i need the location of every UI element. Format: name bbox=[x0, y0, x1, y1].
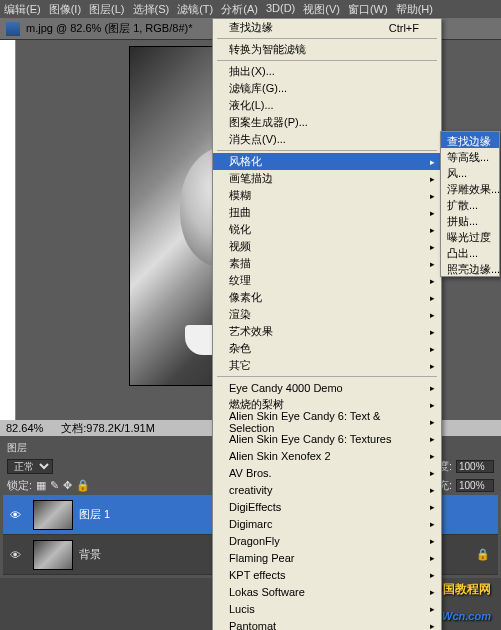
submenu-item[interactable]: 照亮边缘... bbox=[441, 260, 499, 276]
doc-size: 文档:978.2K/1.91M bbox=[61, 421, 155, 436]
menu-item[interactable]: DragonFly bbox=[213, 532, 441, 549]
menu-item[interactable]: 抽出(X)... bbox=[213, 63, 441, 80]
menu-item[interactable]: Alien Skin Eye Candy 6: Textures bbox=[213, 430, 441, 447]
menu-item[interactable]: 像素化 bbox=[213, 289, 441, 306]
menu-A[interactable]: 分析(A) bbox=[221, 2, 258, 16]
submenu-item[interactable]: 曝光过度 bbox=[441, 228, 499, 244]
menu-item[interactable]: Eye Candy 4000 Demo bbox=[213, 379, 441, 396]
lock-icon: 🔒 bbox=[476, 548, 490, 561]
stylize-submenu: 查找边缘等高线...风...浮雕效果...扩散...拼贴...曝光过度凸出...… bbox=[440, 131, 500, 277]
lock-brush-icon[interactable]: ✎ bbox=[50, 479, 59, 492]
menu-T[interactable]: 滤镜(T) bbox=[177, 2, 213, 16]
menu-E[interactable]: 编辑(E) bbox=[4, 2, 41, 16]
blend-mode-select[interactable]: 正常 bbox=[7, 459, 53, 474]
lock-label: 锁定: bbox=[7, 478, 32, 493]
menu-item[interactable]: 其它 bbox=[213, 357, 441, 374]
menu-item[interactable]: 视频 bbox=[213, 238, 441, 255]
menu-item[interactable]: Flaming Pear bbox=[213, 549, 441, 566]
menu-item[interactable]: AV Bros. bbox=[213, 464, 441, 481]
menu-item[interactable]: 扭曲 bbox=[213, 204, 441, 221]
menu-item[interactable]: Alien Skin Eye Candy 6: Text & Selection bbox=[213, 413, 441, 430]
submenu-item[interactable]: 凸出... bbox=[441, 244, 499, 260]
menu-item[interactable]: creativity bbox=[213, 481, 441, 498]
menu-item[interactable]: Lokas Software bbox=[213, 583, 441, 600]
menu-item[interactable]: Pantomat bbox=[213, 617, 441, 630]
fill-input[interactable] bbox=[456, 479, 494, 492]
menu-item[interactable]: 风格化 bbox=[213, 153, 441, 170]
menu-separator bbox=[217, 376, 437, 377]
lock-pixels-icon[interactable]: ▦ bbox=[36, 479, 46, 492]
submenu-item[interactable]: 等高线... bbox=[441, 148, 499, 164]
menu-item[interactable]: KPT effects bbox=[213, 566, 441, 583]
menu-item[interactable]: 模糊 bbox=[213, 187, 441, 204]
menu-item[interactable]: 素描 bbox=[213, 255, 441, 272]
menu-separator bbox=[217, 38, 437, 39]
visibility-eye-icon[interactable]: 👁 bbox=[3, 549, 27, 561]
menu-item-smart-filter[interactable]: 转换为智能滤镜 bbox=[213, 41, 441, 58]
menu-item[interactable]: 纹理 bbox=[213, 272, 441, 289]
layer-thumbnail[interactable] bbox=[33, 540, 73, 570]
menu-item[interactable]: 消失点(V)... bbox=[213, 131, 441, 148]
menu-separator bbox=[217, 150, 437, 151]
menu-S[interactable]: 选择(S) bbox=[133, 2, 170, 16]
submenu-item[interactable]: 扩散... bbox=[441, 196, 499, 212]
menu-DD[interactable]: 3D(D) bbox=[266, 2, 295, 16]
ps-icon bbox=[6, 22, 20, 36]
menu-item[interactable]: Digimarc bbox=[213, 515, 441, 532]
menu-item[interactable]: 锐化 bbox=[213, 221, 441, 238]
menu-item[interactable]: 滤镜库(G)... bbox=[213, 80, 441, 97]
layer-name: 背景 bbox=[79, 547, 101, 562]
menu-item[interactable]: 杂色 bbox=[213, 340, 441, 357]
menu-item[interactable]: DigiEffects bbox=[213, 498, 441, 515]
menu-item-last-filter[interactable]: 查找边缘 Ctrl+F bbox=[213, 19, 441, 36]
layer-thumbnail[interactable] bbox=[33, 500, 73, 530]
visibility-eye-icon[interactable]: 👁 bbox=[3, 509, 27, 521]
submenu-item[interactable]: 查找边缘 bbox=[441, 132, 499, 148]
document-title: m.jpg @ 82.6% (图层 1, RGB/8#)* bbox=[26, 21, 192, 36]
menu-item[interactable]: 画笔描边 bbox=[213, 170, 441, 187]
submenu-item[interactable]: 浮雕效果... bbox=[441, 180, 499, 196]
menu-item[interactable]: Lucis bbox=[213, 600, 441, 617]
submenu-item[interactable]: 拼贴... bbox=[441, 212, 499, 228]
menu-V[interactable]: 视图(V) bbox=[303, 2, 340, 16]
opacity-input[interactable] bbox=[456, 460, 494, 473]
layer-name: 图层 1 bbox=[79, 507, 110, 522]
filter-menu: 查找边缘 Ctrl+F 转换为智能滤镜 抽出(X)...滤镜库(G)...液化(… bbox=[212, 18, 442, 630]
menu-L[interactable]: 图层(L) bbox=[89, 2, 124, 16]
menu-item[interactable]: 液化(L)... bbox=[213, 97, 441, 114]
lock-move-icon[interactable]: ✥ bbox=[63, 479, 72, 492]
submenu-item[interactable]: 风... bbox=[441, 164, 499, 180]
lock-all-icon[interactable]: 🔒 bbox=[76, 479, 90, 492]
menu-item[interactable]: Alien Skin Xenofex 2 bbox=[213, 447, 441, 464]
zoom-level[interactable]: 82.64% bbox=[6, 422, 43, 434]
menu-item[interactable]: 艺术效果 bbox=[213, 323, 441, 340]
menu-separator bbox=[217, 60, 437, 61]
menu-item[interactable]: 图案生成器(P)... bbox=[213, 114, 441, 131]
menu-I[interactable]: 图像(I) bbox=[49, 2, 81, 16]
menu-bar: 编辑(E)图像(I)图层(L)选择(S)滤镜(T)分析(A)3D(D)视图(V)… bbox=[0, 0, 501, 18]
menu-item[interactable]: 渲染 bbox=[213, 306, 441, 323]
menu-W[interactable]: 窗口(W) bbox=[348, 2, 388, 16]
vertical-ruler bbox=[0, 40, 16, 420]
menu-H[interactable]: 帮助(H) bbox=[396, 2, 433, 16]
